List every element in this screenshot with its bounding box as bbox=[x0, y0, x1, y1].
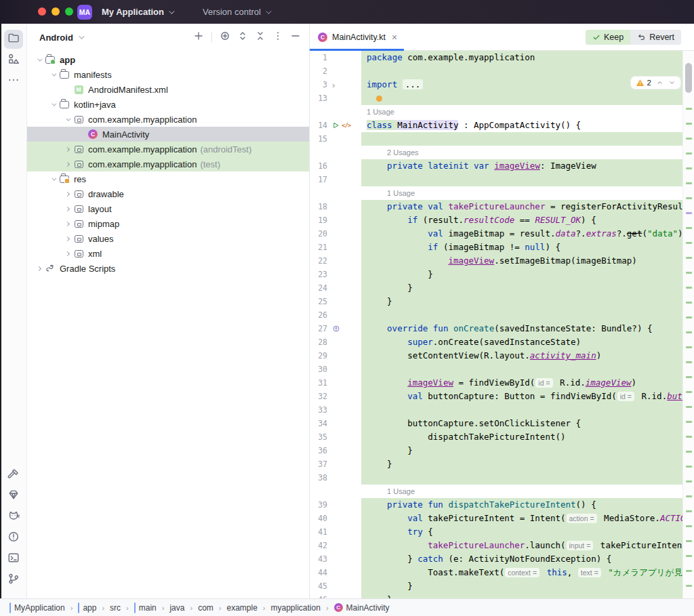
more-horizontal-button[interactable] bbox=[4, 72, 23, 91]
code-text[interactable]: } bbox=[361, 268, 682, 281]
diff-mark[interactable] bbox=[686, 331, 692, 333]
diff-mark[interactable] bbox=[686, 406, 692, 408]
code-text[interactable]: imageView.setImageBitmap(imageBitmap) bbox=[361, 254, 682, 268]
diff-mark[interactable] bbox=[686, 361, 692, 363]
chevron-down-icon[interactable] bbox=[48, 73, 58, 77]
usage-link[interactable]: 1 Usage bbox=[387, 189, 415, 197]
code-text[interactable]: private fun dispatchTakePictureIntent() … bbox=[361, 498, 682, 512]
code-text[interactable] bbox=[361, 308, 682, 322]
code-text[interactable] bbox=[361, 91, 682, 105]
diff-mark[interactable] bbox=[686, 152, 692, 155]
code-text[interactable] bbox=[361, 471, 682, 485]
tree-item-res[interactable]: res bbox=[27, 171, 309, 186]
usage-link[interactable]: 2 Usages bbox=[387, 148, 418, 157]
code-text[interactable]: if (result.resultCode == RESULT_OK) { bbox=[361, 213, 682, 227]
diff-mark[interactable] bbox=[686, 480, 692, 482]
code-text[interactable]: val buttonCapture: Button = findViewById… bbox=[361, 390, 682, 403]
breadcrumb-item-mainactivity[interactable]: CMainActivity bbox=[333, 603, 391, 613]
code-text[interactable]: try { bbox=[361, 525, 682, 539]
code-text[interactable]: setContentView(R.layout.activity_main) bbox=[361, 349, 682, 363]
diff-mark[interactable] bbox=[686, 525, 692, 527]
code-text[interactable]: val takePictureIntent = Intent(action = … bbox=[361, 512, 682, 525]
code-text[interactable] bbox=[361, 363, 682, 376]
usage-hint[interactable]: 1 Usage bbox=[361, 105, 682, 119]
diff-mark[interactable] bbox=[686, 108, 692, 110]
tree-item-manifests[interactable]: manifests bbox=[27, 67, 309, 82]
breadcrumb-item-myapplication[interactable]: myapplication bbox=[270, 603, 322, 613]
tree-item-xml[interactable]: xml bbox=[27, 246, 309, 261]
locate-file-button[interactable] bbox=[217, 29, 233, 45]
resource-manager-button[interactable] bbox=[4, 51, 23, 70]
code-text[interactable]: private lateinit var imageView: ImageVie… bbox=[361, 159, 682, 173]
diff-mark[interactable] bbox=[686, 510, 692, 512]
next-warning-icon[interactable] bbox=[668, 79, 676, 86]
add-button[interactable] bbox=[190, 29, 207, 45]
chevron-right-icon[interactable] bbox=[62, 148, 73, 151]
diff-mark[interactable] bbox=[686, 555, 692, 557]
project-folder-button[interactable] bbox=[4, 30, 23, 49]
usage-hint[interactable]: 2 Usages bbox=[361, 146, 682, 159]
diff-mark[interactable] bbox=[686, 138, 692, 140]
collapse-all-button[interactable] bbox=[252, 29, 268, 45]
diff-mark[interactable] bbox=[686, 421, 692, 423]
tab-mainactivity[interactable]: C MainActivity.kt × bbox=[310, 24, 404, 50]
usage-hint[interactable]: 1 Usage bbox=[361, 485, 682, 498]
minimize-window-button[interactable] bbox=[52, 7, 60, 16]
keep-button[interactable]: Keep bbox=[586, 30, 630, 45]
fold-chevron-icon[interactable]: › bbox=[332, 81, 335, 89]
diff-mark[interactable] bbox=[686, 451, 692, 453]
diff-mark[interactable] bbox=[686, 242, 692, 244]
tree-item-mipmap[interactable]: mipmap bbox=[27, 216, 309, 231]
logcat-cat-button[interactable] bbox=[4, 508, 23, 527]
code-text[interactable] bbox=[361, 173, 682, 186]
code-text[interactable] bbox=[361, 132, 682, 146]
chevron-right-icon[interactable] bbox=[62, 222, 73, 226]
hide-button[interactable] bbox=[287, 29, 304, 45]
inspections-widget[interactable]: 2 bbox=[631, 77, 680, 89]
tree-item-app[interactable]: app bbox=[27, 52, 309, 67]
override-icon[interactable] bbox=[332, 325, 340, 333]
project-menu[interactable]: My Application bbox=[98, 4, 177, 20]
code-text[interactable]: } bbox=[361, 457, 682, 471]
diff-mark[interactable] bbox=[686, 570, 692, 572]
tree-item-gradle-scripts[interactable]: Gradle Scripts bbox=[27, 261, 309, 276]
terminal-button[interactable] bbox=[4, 550, 23, 569]
chevron-down-icon[interactable] bbox=[48, 178, 58, 181]
breadcrumb-item-myapplication[interactable]: MyApplication bbox=[8, 603, 66, 613]
tree-item-androidmanifest-xml[interactable]: MAndroidManifest.xml bbox=[27, 82, 309, 97]
code-text[interactable] bbox=[361, 403, 682, 417]
breadcrumb-item-example[interactable]: example bbox=[225, 603, 258, 613]
diff-mark[interactable] bbox=[686, 436, 692, 438]
chevron-down-icon[interactable] bbox=[34, 58, 44, 62]
code-text[interactable]: imageView = findViewById(id = R.id.image… bbox=[361, 376, 682, 390]
diff-mark[interactable] bbox=[686, 257, 692, 259]
diff-mark[interactable] bbox=[686, 212, 692, 214]
diff-mark[interactable] bbox=[686, 391, 692, 393]
chevron-right-icon[interactable] bbox=[34, 267, 44, 270]
code-text[interactable]: val imageBitmap = result.data?.extras?.g… bbox=[361, 227, 682, 241]
code-text[interactable]: takePictureLauncher.launch(input = takeP… bbox=[361, 539, 682, 552]
usage-link[interactable]: 1 Usage bbox=[367, 108, 394, 116]
diff-mark[interactable] bbox=[686, 227, 692, 229]
code-text[interactable]: Toast.makeText(context = this, text = "カ… bbox=[361, 566, 682, 579]
tree-item-com-example-myapplication[interactable]: com.example.myapplication(androidTest) bbox=[27, 142, 309, 157]
previous-warning-icon[interactable] bbox=[656, 79, 664, 86]
code-text[interactable]: } bbox=[361, 579, 682, 593]
code-text[interactable]: private val takePictureLauncher = regist… bbox=[361, 200, 682, 213]
diff-mark[interactable] bbox=[686, 287, 692, 289]
run-icon[interactable] bbox=[332, 121, 340, 129]
app-quality-gem-button[interactable] bbox=[4, 487, 23, 506]
code-text[interactable] bbox=[361, 64, 682, 78]
usage-hint[interactable]: 1 Usage bbox=[361, 186, 682, 200]
chevron-right-icon[interactable] bbox=[62, 237, 73, 241]
chevron-right-icon[interactable] bbox=[62, 163, 73, 166]
tree-item-com-example-myapplication[interactable]: com.example.myapplication bbox=[27, 112, 309, 127]
diff-mark[interactable] bbox=[686, 302, 692, 304]
diff-mark[interactable] bbox=[686, 495, 692, 497]
diff-mark[interactable] bbox=[686, 540, 692, 542]
expand-all-button[interactable] bbox=[234, 29, 251, 45]
code-text[interactable]: } bbox=[361, 295, 682, 308]
tree-item-kotlin-java[interactable]: kotlin+java bbox=[27, 97, 309, 112]
chevron-right-icon[interactable] bbox=[62, 252, 73, 255]
chevron-down-icon[interactable] bbox=[48, 103, 58, 106]
